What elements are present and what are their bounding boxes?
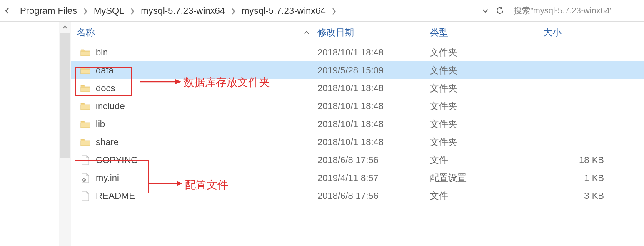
nav-pane-edge bbox=[0, 22, 71, 246]
file-name: my.ini bbox=[96, 173, 119, 183]
column-header-type[interactable]: 类型 bbox=[430, 26, 543, 39]
column-headers: 名称 修改日期 类型 大小 bbox=[71, 22, 644, 43]
folder-icon bbox=[80, 47, 91, 58]
file-row[interactable]: share2018/10/1 18:48文件夹 bbox=[71, 133, 644, 151]
file-date-cell: 2019/5/28 15:09 bbox=[317, 65, 430, 76]
file-row[interactable]: lib2018/10/1 18:48文件夹 bbox=[71, 115, 644, 133]
history-dropdown[interactable] bbox=[480, 5, 491, 16]
settings-file-icon bbox=[80, 173, 91, 183]
file-name-cell: README bbox=[71, 191, 317, 201]
file-name: docs bbox=[96, 83, 115, 94]
column-header-date[interactable]: 修改日期 bbox=[317, 26, 430, 39]
file-name-cell: docs bbox=[71, 83, 317, 94]
file-name-cell: lib bbox=[71, 119, 317, 130]
file-row[interactable]: include2018/10/1 18:48文件夹 bbox=[71, 97, 644, 115]
chevron-right-icon[interactable]: ❯ bbox=[127, 8, 137, 14]
file-row[interactable]: bin2018/10/1 18:48文件夹 bbox=[71, 43, 644, 61]
file-name: COPYING bbox=[96, 155, 138, 166]
file-date-cell: 2019/4/11 8:57 bbox=[317, 173, 430, 183]
file-name-cell: share bbox=[71, 137, 317, 148]
folder-icon bbox=[80, 137, 91, 148]
scrollbar-thumb[interactable] bbox=[60, 33, 70, 158]
file-date-cell: 2018/10/1 18:48 bbox=[317, 47, 430, 58]
file-name-cell: include bbox=[71, 101, 317, 112]
file-type-cell: 配置设置 bbox=[430, 172, 543, 184]
svg-point-1 bbox=[84, 179, 85, 181]
file-date-cell: 2018/6/8 17:56 bbox=[317, 155, 430, 166]
folder-icon bbox=[80, 101, 91, 112]
file-row[interactable]: README2018/6/8 17:56文件3 KB bbox=[71, 187, 644, 205]
breadcrumb-item[interactable]: mysql-5.7.23-winx64 bbox=[137, 4, 228, 18]
file-name: README bbox=[96, 191, 135, 201]
back-button[interactable] bbox=[2, 5, 13, 17]
file-row[interactable]: docs2018/10/1 18:48文件夹 bbox=[71, 79, 644, 97]
chevron-right-icon[interactable]: ❯ bbox=[228, 8, 238, 14]
file-name: include bbox=[96, 101, 125, 112]
file-date-cell: 2018/10/1 18:48 bbox=[317, 137, 430, 148]
column-header-size[interactable]: 大小 bbox=[543, 26, 614, 39]
chevron-right-icon[interactable]: ❯ bbox=[80, 8, 90, 14]
breadcrumb: Program Files ❯ MySQL ❯ mysql-5.7.23-win… bbox=[13, 4, 480, 18]
address-toolbar: Program Files ❯ MySQL ❯ mysql-5.7.23-win… bbox=[0, 0, 644, 22]
file-type-cell: 文件夹 bbox=[430, 118, 543, 131]
folder-icon bbox=[80, 65, 91, 76]
file-type-cell: 文件夹 bbox=[430, 100, 543, 113]
file-name-cell: COPYING bbox=[71, 155, 317, 166]
folder-icon bbox=[80, 119, 91, 130]
file-date-cell: 2018/6/8 17:56 bbox=[317, 191, 430, 201]
refresh-button[interactable] bbox=[494, 5, 506, 17]
file-name: share bbox=[96, 137, 119, 148]
file-icon bbox=[80, 191, 91, 201]
folder-icon bbox=[80, 83, 91, 94]
file-name-cell: bin bbox=[71, 47, 317, 58]
file-type-cell: 文件夹 bbox=[430, 64, 543, 77]
breadcrumb-item[interactable]: mysql-5.7.23-winx64 bbox=[238, 4, 329, 18]
file-type-cell: 文件 bbox=[430, 190, 543, 202]
file-row[interactable]: my.ini2019/4/11 8:57配置设置1 KB bbox=[71, 169, 644, 187]
file-date-cell: 2018/10/1 18:48 bbox=[317, 101, 430, 112]
file-type-cell: 文件 bbox=[430, 154, 543, 166]
file-icon bbox=[80, 155, 91, 166]
file-name: bin bbox=[96, 47, 108, 58]
file-date-cell: 2018/10/1 18:48 bbox=[317, 83, 430, 94]
search-input[interactable]: 搜索"mysql-5.7.23-winx64" bbox=[509, 4, 639, 18]
file-name-cell: data bbox=[71, 65, 317, 76]
column-header-name[interactable]: 名称 bbox=[71, 26, 317, 39]
file-size-cell: 18 KB bbox=[543, 155, 614, 166]
breadcrumb-item[interactable]: Program Files bbox=[17, 4, 80, 18]
file-name-cell: my.ini bbox=[71, 173, 317, 183]
breadcrumb-item[interactable]: MySQL bbox=[90, 4, 127, 18]
file-row[interactable]: COPYING2018/6/8 17:56文件18 KB bbox=[71, 151, 644, 169]
chevron-right-icon[interactable]: ❯ bbox=[329, 8, 339, 14]
scrollbar-track[interactable] bbox=[59, 22, 71, 246]
file-name: lib bbox=[96, 119, 105, 130]
file-type-cell: 文件夹 bbox=[430, 82, 543, 95]
sort-indicator-icon bbox=[304, 30, 309, 35]
content-area: 名称 修改日期 类型 大小 bin2018/10/1 18:48文件夹data2… bbox=[0, 22, 644, 246]
file-type-cell: 文件夹 bbox=[430, 46, 543, 59]
scroll-up-button[interactable] bbox=[59, 22, 71, 33]
file-type-cell: 文件夹 bbox=[430, 136, 543, 148]
file-size-cell: 3 KB bbox=[543, 191, 614, 201]
file-date-cell: 2018/10/1 18:48 bbox=[317, 119, 430, 130]
search-placeholder: 搜索"mysql-5.7.23-winx64" bbox=[514, 5, 613, 16]
file-list: 名称 修改日期 类型 大小 bin2018/10/1 18:48文件夹data2… bbox=[71, 22, 644, 246]
file-row[interactable]: data2019/5/28 15:09文件夹 bbox=[71, 61, 644, 79]
file-name: data bbox=[96, 65, 114, 76]
file-size-cell: 1 KB bbox=[543, 173, 614, 183]
